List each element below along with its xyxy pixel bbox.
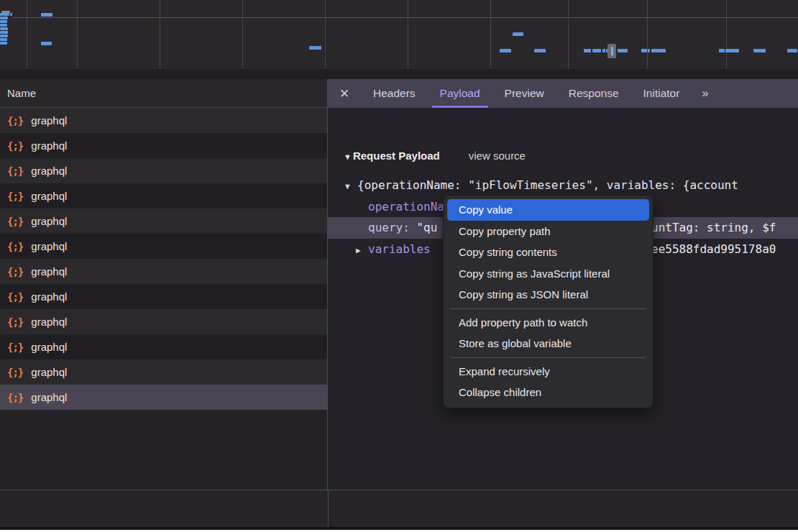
request-timing-bar [10,13,12,16]
request-name-label: graphql [31,366,67,378]
request-timing-bar [584,49,591,52]
request-timing-bar [0,35,8,37]
request-name-label: graphql [31,215,67,227]
request-name-label: graphql [31,265,67,278]
name-column-label: Name [7,87,36,99]
menu-item-copy-string-as-javascript-literal[interactable]: Copy string as JavaScript literal [447,263,649,285]
tab-preview[interactable]: Preview [497,79,552,108]
json-braces-icon: {;} [7,392,23,403]
menu-item-store-as-global-variable[interactable]: Store as global variable [447,333,649,354]
request-name-label: graphql [31,114,67,127]
tab-overflow-chevron-icon[interactable]: » [693,79,715,108]
request-row[interactable]: {;}graphql [0,234,327,259]
request-row[interactable]: {;}graphql [0,108,327,133]
expand-caret-icon[interactable]: ▼ [345,176,357,196]
request-timing-bar [0,38,7,41]
json-braces-icon: {;} [7,140,23,152]
request-timing-bar [534,49,546,52]
name-column-header[interactable]: Name [0,79,327,108]
tab-initiator[interactable]: Initiator [636,79,688,108]
menu-item-copy-value[interactable]: Copy value [447,199,649,221]
request-timing-bar [725,49,739,52]
menu-item-expand-recursively[interactable]: Expand recursively [447,361,649,382]
json-braces-icon: {;} [7,291,23,303]
property-value-left-fragment: "qu [416,221,437,234]
request-timing-bar [753,49,766,52]
timeline-gridline [568,0,569,79]
request-row[interactable]: {;}graphql [0,385,327,410]
timeline-gridline [77,0,78,79]
payload-root-row[interactable]: ▼{operationName: "ipFlowTimeseries", var… [328,175,798,196]
network-overview-timeline[interactable] [0,0,798,79]
tab-response[interactable]: Response [561,79,627,108]
request-timing-bar [513,32,523,36]
json-braces-icon: {;} [7,341,23,353]
view-source-link[interactable]: view source [469,150,526,162]
timeline-horizontal-line [12,17,798,18]
request-name-label: graphql [31,316,67,328]
timeline-gridline [242,0,243,79]
request-timing-bar [641,49,647,52]
request-timing-bar [0,13,9,16]
property-value-right-fragment: untTag: string, $f [651,217,776,239]
timeline-gridline [408,0,408,79]
devtools-network-panel: Name {;}graphql{;}graphql{;}graphql{;}gr… [0,0,798,532]
menu-separator [451,357,646,358]
request-row[interactable]: {;}graphql [0,284,327,309]
json-braces-icon: {;} [7,241,23,252]
menu-item-copy-property-path[interactable]: Copy property path [447,221,649,242]
request-row[interactable]: {;}graphql [0,309,327,334]
request-name-label: graphql [31,240,67,252]
request-row[interactable]: {;}graphql [0,133,327,158]
footer-area [0,490,798,527]
request-timing-bar [592,49,601,52]
close-icon[interactable]: ✕ [328,79,361,108]
request-timing-bar [0,31,8,34]
request-row[interactable]: {;}graphql [0,359,327,385]
request-row[interactable]: {;}graphql [0,158,327,183]
property-key: query: [368,221,410,234]
menu-item-copy-string-contents[interactable]: Copy string contents [447,242,649,263]
request-timing-bar [787,49,797,52]
request-timing-bar [618,49,628,52]
timeline-gridline [647,0,648,79]
json-braces-icon: {;} [7,115,23,127]
request-row[interactable]: {;}graphql [0,259,327,284]
tab-payload[interactable]: Payload [432,79,488,108]
json-braces-icon: {;} [7,191,23,202]
timeline-gridline [27,0,27,79]
json-braces-icon: {;} [7,316,23,328]
timeline-gridline [325,0,326,79]
request-name-label: graphql [31,165,67,177]
menu-item-copy-string-as-json-literal[interactable]: Copy string as JSON literal [447,284,649,306]
timeline-bottom-band [0,69,798,79]
request-timing-bar [0,24,7,27]
request-timing-bar [602,49,605,52]
collapse-caret-icon[interactable]: ▼ [344,152,352,161]
request-timing-bar [0,42,7,45]
panel-splitter[interactable] [328,490,329,527]
request-name-label: graphql [31,391,67,403]
request-payload-section-header: ▼ Request Payload view source [344,150,526,162]
request-name-label: graphql [31,139,67,152]
json-braces-icon: {;} [7,216,23,227]
menu-item-add-property-path-to-watch[interactable]: Add property path to watch [447,312,649,334]
timeline-hover-marker [607,44,616,58]
request-timing-bar [648,49,650,52]
request-timing-bar [0,17,8,19]
request-timing-bar [0,20,7,23]
request-row[interactable]: {;}graphql [0,334,327,359]
menu-item-collapse-children[interactable]: Collapse children [447,382,649,403]
request-name-label: graphql [31,290,67,303]
timeline-gridline [726,0,727,79]
property-key: variables [368,242,431,256]
tab-headers[interactable]: Headers [365,79,423,108]
expand-caret-icon[interactable]: ▶ [356,240,368,260]
request-timing-bar [0,27,8,30]
request-timing-bar [309,46,321,50]
request-list-panel: Name {;}graphql{;}graphql{;}graphql{;}gr… [0,79,328,527]
request-name-label: graphql [31,190,67,202]
request-list: {;}graphql{;}graphql{;}graphql{;}graphql… [0,108,327,410]
request-row[interactable]: {;}graphql [0,208,327,234]
request-row[interactable]: {;}graphql [0,183,327,208]
